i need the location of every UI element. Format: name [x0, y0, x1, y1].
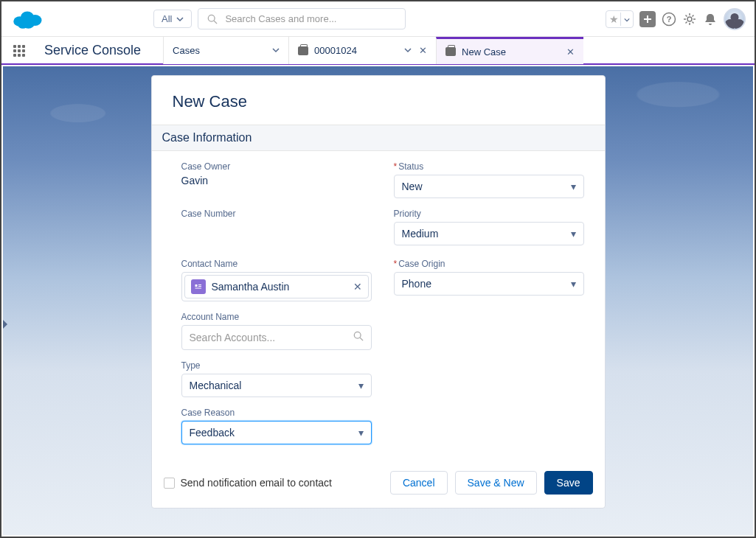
section-header: Case Information: [152, 125, 605, 151]
cancel-button[interactable]: Cancel: [390, 471, 448, 495]
svg-point-5: [209, 15, 215, 21]
global-search[interactable]: [198, 8, 405, 29]
select-priority[interactable]: Medium ▾: [394, 222, 584, 245]
triangle-down-icon: ▾: [358, 427, 364, 439]
lookup-account-name[interactable]: [181, 325, 372, 350]
salesforce-logo[interactable]: [10, 8, 44, 30]
field-contact-name: Contact Name Samantha Austin ✕: [181, 259, 372, 301]
triangle-down-icon: ▾: [571, 228, 576, 240]
star-icon: ★: [609, 13, 619, 25]
setup-button[interactable]: [682, 12, 697, 27]
label-case-owner: Case Owner: [181, 161, 372, 172]
svg-line-16: [360, 338, 363, 340]
label-case-origin: *Case Origin: [394, 259, 584, 269]
svg-rect-11: [195, 284, 197, 287]
label-case-reason: Case Reason: [181, 408, 372, 418]
select-case-origin[interactable]: Phone ▾: [394, 272, 584, 296]
field-case-owner: Case Owner Gavin: [181, 161, 372, 198]
button-row: Cancel Save & New Save: [390, 471, 593, 495]
label-account-name: Account Name: [181, 312, 372, 322]
select-value: Feedback: [190, 427, 235, 439]
label-case-number: Case Number: [181, 209, 372, 219]
svg-point-15: [354, 332, 361, 338]
field-status: *Status New ▾: [394, 161, 584, 198]
label-status: *Status: [394, 161, 584, 172]
notifications-button[interactable]: [703, 12, 718, 27]
notify-checkbox-wrap[interactable]: Send notification email to contact: [164, 477, 332, 489]
search-icon: [207, 14, 218, 24]
contact-icon: [191, 279, 206, 294]
global-header: All ★ ?: [1, 1, 755, 37]
app-name: Service Console: [37, 43, 148, 58]
modal-title: New Case: [152, 76, 605, 125]
global-actions-button[interactable]: [639, 11, 656, 27]
select-status[interactable]: New ▾: [394, 175, 584, 198]
case-icon: [298, 46, 308, 55]
field-case-origin: *Case Origin Phone ▾: [394, 259, 584, 301]
tab-label: Cases: [173, 45, 266, 56]
save-button[interactable]: Save: [544, 471, 593, 495]
app-launcher-button[interactable]: [1, 45, 37, 57]
search-icon: [353, 331, 364, 344]
plus-icon: [642, 14, 653, 24]
favorites-dropdown[interactable]: ★: [606, 10, 634, 28]
bell-icon: [703, 12, 718, 27]
case-icon: [445, 47, 456, 56]
new-case-modal: New Case Case Information Case Owner Gav…: [151, 75, 606, 509]
nav-tab-record[interactable]: 00001024 ✕: [288, 37, 436, 64]
field-type: Type Mechanical ▾: [181, 360, 372, 397]
select-type[interactable]: Mechanical ▾: [181, 374, 372, 397]
waffle-icon: [13, 45, 25, 57]
notify-label: Send notification email to contact: [181, 477, 332, 489]
field-case-number: Case Number: [181, 209, 372, 248]
question-icon: ?: [662, 12, 676, 27]
workspace-background: New Case Case Information Case Owner Gav…: [3, 66, 753, 535]
user-avatar[interactable]: [724, 8, 746, 30]
global-search-input[interactable]: [225, 13, 395, 24]
label-type: Type: [181, 360, 372, 371]
split-view-toggle[interactable]: [3, 318, 7, 327]
triangle-down-icon: ▾: [571, 278, 576, 290]
remove-contact-button[interactable]: ✕: [353, 281, 362, 293]
nav-tab-cases[interactable]: Cases: [163, 37, 288, 64]
field-priority: Priority Medium ▾: [394, 209, 584, 248]
select-value: Medium: [402, 228, 439, 240]
label-contact-name: Contact Name: [181, 259, 372, 269]
close-tab-button[interactable]: ✕: [419, 45, 427, 56]
close-tab-button[interactable]: ✕: [566, 46, 575, 57]
field-account-name: Account Name: [181, 312, 372, 350]
triangle-down-icon: ▾: [358, 380, 364, 391]
svg-text:?: ?: [667, 15, 672, 24]
account-search-input[interactable]: [190, 332, 347, 343]
select-value: Phone: [402, 278, 431, 290]
label-priority: Priority: [394, 209, 584, 219]
chevron-down-icon: [176, 15, 184, 23]
value-case-owner: Gavin: [181, 175, 372, 186]
modal-footer: Send notification email to contact Cance…: [152, 458, 605, 495]
field-case-reason: Case Reason Feedback ▾: [181, 408, 372, 444]
app-navbar: Service Console Cases 00001024 ✕ New Cas…: [1, 37, 755, 65]
select-value: Mechanical: [190, 380, 242, 391]
help-button[interactable]: ?: [662, 12, 676, 27]
chevron-down-icon[interactable]: [404, 45, 412, 56]
svg-point-9: [687, 17, 692, 21]
select-case-reason[interactable]: Feedback ▾: [181, 421, 372, 444]
notify-checkbox[interactable]: [164, 478, 175, 489]
tab-label: 00001024: [314, 45, 398, 56]
search-scope-label: All: [162, 13, 172, 24]
nav-tab-new-case[interactable]: New Case ✕: [436, 37, 583, 64]
tab-label: New Case: [462, 46, 561, 57]
svg-point-4: [18, 21, 28, 29]
save-and-new-button[interactable]: Save & New: [455, 471, 537, 495]
triangle-down-icon: ▾: [571, 181, 576, 192]
contact-pill[interactable]: Samantha Austin ✕: [184, 275, 369, 298]
gear-icon: [682, 12, 697, 27]
select-value: New: [402, 181, 423, 192]
chevron-down-icon: [620, 13, 630, 26]
chevron-down-icon[interactable]: [272, 45, 280, 56]
contact-pill-label: Samantha Austin: [212, 281, 290, 293]
svg-line-6: [215, 21, 218, 24]
search-scope-dropdown[interactable]: All: [153, 10, 192, 28]
lookup-contact-name[interactable]: Samantha Austin ✕: [181, 272, 372, 301]
